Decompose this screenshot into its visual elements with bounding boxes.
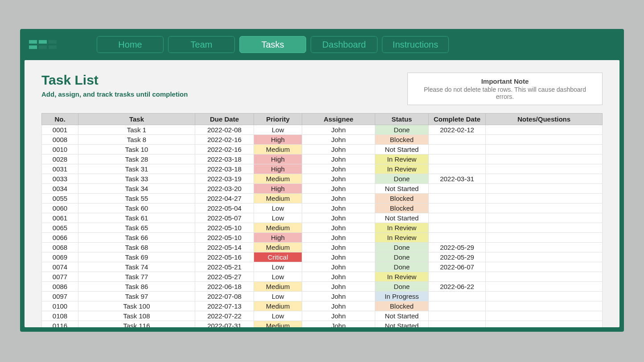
table-row[interactable]: 0068Task 682022-05-14MediumJohnDone2022-… xyxy=(42,243,603,252)
cell-complete[interactable] xyxy=(429,135,486,145)
cell-assignee[interactable]: John xyxy=(302,282,375,292)
cell-due[interactable]: 2022-05-14 xyxy=(195,243,254,252)
cell-status[interactable]: In Review xyxy=(375,233,429,243)
nav-team[interactable]: Team xyxy=(168,36,235,53)
cell-complete[interactable] xyxy=(429,155,486,164)
table-row[interactable]: 0034Task 342022-03-20HighJohnNot Started xyxy=(42,184,603,194)
cell-due[interactable]: 2022-03-18 xyxy=(195,164,254,174)
cell-no[interactable]: 0069 xyxy=(42,252,78,262)
cell-priority[interactable]: Low xyxy=(254,213,302,223)
cell-status[interactable]: Done xyxy=(375,252,429,262)
cell-no[interactable]: 0028 xyxy=(42,155,78,164)
cell-assignee[interactable]: John xyxy=(302,311,375,321)
cell-no[interactable]: 0116 xyxy=(42,321,78,328)
cell-no[interactable]: 0008 xyxy=(42,135,78,145)
cell-notes[interactable] xyxy=(486,233,603,243)
cell-status[interactable]: Done xyxy=(375,282,429,292)
cell-no[interactable]: 0034 xyxy=(42,184,78,194)
cell-no[interactable]: 0061 xyxy=(42,213,78,223)
cell-due[interactable]: 2022-07-13 xyxy=(195,301,254,311)
cell-notes[interactable] xyxy=(486,262,603,272)
cell-task[interactable]: Task 1 xyxy=(78,125,195,135)
cell-due[interactable]: 2022-03-19 xyxy=(195,174,254,184)
table-row[interactable]: 0116Task 1162022-07-31MediumJohnNot Star… xyxy=(42,321,603,328)
table-row[interactable]: 0086Task 862022-06-18MediumJohnDone2022-… xyxy=(42,282,603,292)
cell-complete[interactable]: 2022-02-12 xyxy=(429,125,486,135)
cell-due[interactable]: 2022-05-07 xyxy=(195,213,254,223)
cell-task[interactable]: Task 116 xyxy=(78,321,195,328)
nav-instructions[interactable]: Instructions xyxy=(382,36,449,53)
table-row[interactable]: 0008Task 82022-02-16HighJohnBlocked xyxy=(42,135,603,145)
cell-task[interactable]: Task 8 xyxy=(78,135,195,145)
cell-no[interactable]: 0077 xyxy=(42,272,78,282)
cell-assignee[interactable]: John xyxy=(302,213,375,223)
cell-status[interactable]: Blocked xyxy=(375,194,429,203)
cell-notes[interactable] xyxy=(486,184,603,194)
table-row[interactable]: 0108Task 1082022-07-22LowJohnNot Started xyxy=(42,311,603,321)
cell-task[interactable]: Task 61 xyxy=(78,213,195,223)
column-header[interactable]: Task xyxy=(78,114,195,125)
table-row[interactable]: 0097Task 972022-07-08LowJohnIn Progress xyxy=(42,292,603,301)
cell-status[interactable]: Blocked xyxy=(375,301,429,311)
cell-status[interactable]: Not Started xyxy=(375,145,429,155)
cell-task[interactable]: Task 97 xyxy=(78,292,195,301)
column-header[interactable]: Due Date xyxy=(195,114,254,125)
cell-due[interactable]: 2022-02-16 xyxy=(195,145,254,155)
cell-due[interactable]: 2022-05-16 xyxy=(195,252,254,262)
cell-status[interactable]: Not Started xyxy=(375,311,429,321)
cell-priority[interactable]: Medium xyxy=(254,194,302,203)
cell-due[interactable]: 2022-05-10 xyxy=(195,233,254,243)
cell-status[interactable]: In Review xyxy=(375,164,429,174)
cell-assignee[interactable]: John xyxy=(302,272,375,282)
cell-assignee[interactable]: John xyxy=(302,203,375,213)
cell-assignee[interactable]: John xyxy=(302,125,375,135)
cell-task[interactable]: Task 68 xyxy=(78,243,195,252)
cell-status[interactable]: Blocked xyxy=(375,135,429,145)
cell-assignee[interactable]: John xyxy=(302,262,375,272)
cell-no[interactable]: 0001 xyxy=(42,125,78,135)
table-row[interactable]: 0010Task 102022-02-16MediumJohnNot Start… xyxy=(42,145,603,155)
cell-task[interactable]: Task 34 xyxy=(78,184,195,194)
cell-complete[interactable] xyxy=(429,292,486,301)
cell-due[interactable]: 2022-07-22 xyxy=(195,311,254,321)
cell-due[interactable]: 2022-06-18 xyxy=(195,282,254,292)
cell-complete[interactable]: 2022-06-07 xyxy=(429,262,486,272)
table-row[interactable]: 0060Task 602022-05-04LowJohnBlocked xyxy=(42,203,603,213)
cell-due[interactable]: 2022-02-08 xyxy=(195,125,254,135)
cell-notes[interactable] xyxy=(486,203,603,213)
cell-notes[interactable] xyxy=(486,223,603,233)
cell-task[interactable]: Task 28 xyxy=(78,155,195,164)
cell-no[interactable]: 0065 xyxy=(42,223,78,233)
cell-priority[interactable]: Low xyxy=(254,292,302,301)
cell-assignee[interactable]: John xyxy=(302,252,375,262)
cell-notes[interactable] xyxy=(486,282,603,292)
cell-priority[interactable]: High xyxy=(254,155,302,164)
cell-due[interactable]: 2022-02-16 xyxy=(195,135,254,145)
cell-priority[interactable]: Low xyxy=(254,311,302,321)
table-row[interactable]: 0100Task 1002022-07-13MediumJohnBlocked xyxy=(42,301,603,311)
cell-complete[interactable] xyxy=(429,321,486,328)
cell-notes[interactable] xyxy=(486,213,603,223)
table-row[interactable]: 0069Task 692022-05-16CriticalJohnDone202… xyxy=(42,252,603,262)
cell-task[interactable]: Task 77 xyxy=(78,272,195,282)
cell-no[interactable]: 0068 xyxy=(42,243,78,252)
cell-complete[interactable] xyxy=(429,194,486,203)
cell-assignee[interactable]: John xyxy=(302,135,375,145)
cell-due[interactable]: 2022-07-08 xyxy=(195,292,254,301)
column-header[interactable]: Status xyxy=(375,114,429,125)
table-row[interactable]: 0065Task 652022-05-10MediumJohnIn Review xyxy=(42,223,603,233)
cell-status[interactable]: In Review xyxy=(375,155,429,164)
cell-complete[interactable] xyxy=(429,164,486,174)
cell-complete[interactable] xyxy=(429,272,486,282)
cell-no[interactable]: 0086 xyxy=(42,282,78,292)
cell-complete[interactable]: 2022-03-31 xyxy=(429,174,486,184)
column-header[interactable]: No. xyxy=(42,114,78,125)
cell-assignee[interactable]: John xyxy=(302,155,375,164)
cell-priority[interactable]: Medium xyxy=(254,282,302,292)
table-row[interactable]: 0028Task 282022-03-18HighJohnIn Review xyxy=(42,155,603,164)
cell-due[interactable]: 2022-05-04 xyxy=(195,203,254,213)
cell-no[interactable]: 0060 xyxy=(42,203,78,213)
cell-complete[interactable]: 2022-06-22 xyxy=(429,282,486,292)
cell-complete[interactable] xyxy=(429,301,486,311)
cell-notes[interactable] xyxy=(486,125,603,135)
